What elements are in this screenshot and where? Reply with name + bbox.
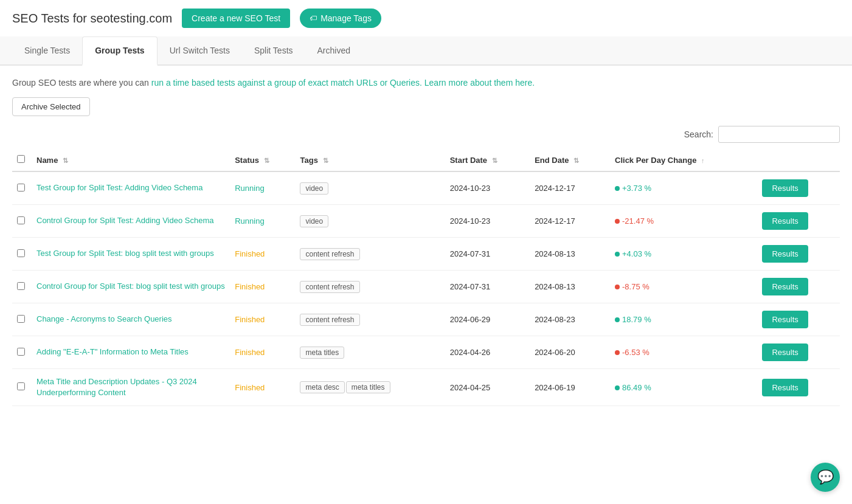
start-date-cell-4: 2024-06-29 xyxy=(445,303,530,336)
status-cell-3: Finished xyxy=(230,271,295,303)
start-date-cell-5: 2024-04-26 xyxy=(445,336,530,369)
manage-tags-button[interactable]: 🏷 Manage Tags xyxy=(300,9,381,28)
status-cell-4: Finished xyxy=(230,303,295,336)
status-cell-5: Finished xyxy=(230,336,295,369)
status-cell-2: Finished xyxy=(230,238,295,271)
tags-cell-3: content refresh xyxy=(295,271,445,303)
table-header-row: Name ⇅ Status ⇅ Tags ⇅ Start Date ⇅ End … xyxy=(12,149,840,171)
actions-cell-0: Results xyxy=(757,171,840,205)
tag-badge: meta titles xyxy=(300,347,344,359)
test-name-link-1[interactable]: Control Group for Split Test: Adding Vid… xyxy=(36,216,213,225)
status-cell-1: Running xyxy=(230,205,295,238)
results-button-6[interactable]: Results xyxy=(762,379,808,396)
start-date-cell-0: 2024-10-23 xyxy=(445,171,530,205)
tag-badge: meta desc xyxy=(300,381,344,393)
col-header-name[interactable]: Name ⇅ xyxy=(32,149,230,171)
results-button-0[interactable]: Results xyxy=(762,179,808,197)
search-input[interactable] xyxy=(718,126,840,143)
description-link-run[interactable]: run a time based tests against a group o… xyxy=(151,78,422,88)
search-row: Search: xyxy=(12,126,840,143)
col-header-tags[interactable]: Tags ⇅ xyxy=(295,149,445,171)
end-date-cell-2: 2024-08-13 xyxy=(530,238,610,271)
tests-table: Name ⇅ Status ⇅ Tags ⇅ Start Date ⇅ End … xyxy=(12,149,840,406)
actions-cell-4: Results xyxy=(757,303,840,336)
results-button-2[interactable]: Results xyxy=(762,245,808,263)
change-cell-1: -21.47 % xyxy=(610,205,757,238)
col-header-status[interactable]: Status ⇅ xyxy=(230,149,295,171)
row-checkbox-5[interactable] xyxy=(17,348,25,356)
tag-badge: meta titles xyxy=(346,381,390,393)
tags-cell-2: content refresh xyxy=(295,238,445,271)
sort-icon-status: ⇅ xyxy=(264,157,269,164)
results-button-3[interactable]: Results xyxy=(762,278,808,295)
start-date-cell-1: 2024-10-23 xyxy=(445,205,530,238)
sort-icon-tags: ⇅ xyxy=(323,157,328,164)
page-title: SEO Tests for seotesting.com xyxy=(12,12,172,26)
row-checkbox-6[interactable] xyxy=(17,382,25,390)
col-header-start-date[interactable]: Start Date ⇅ xyxy=(445,149,530,171)
sort-icon-end-date: ⇅ xyxy=(573,157,579,164)
change-dot-0 xyxy=(615,186,620,191)
change-dot-5 xyxy=(615,350,620,355)
row-checkbox-2[interactable] xyxy=(17,249,25,257)
actions-cell-2: Results xyxy=(757,238,840,271)
start-date-cell-2: 2024-07-31 xyxy=(445,238,530,271)
table-row: Test Group for Split Test: Adding Video … xyxy=(12,171,840,205)
tag-badge: content refresh xyxy=(300,314,359,326)
tags-cell-1: video xyxy=(295,205,445,238)
status-cell-0: Running xyxy=(230,171,295,205)
row-checkbox-0[interactable] xyxy=(17,184,25,192)
tags-cell-6: meta descmeta titles xyxy=(295,369,445,406)
change-dot-1 xyxy=(615,219,620,224)
sort-icon-start-date: ⇅ xyxy=(492,157,497,164)
test-name-link-0[interactable]: Test Group for Split Test: Adding Video … xyxy=(36,183,203,192)
tags-cell-5: meta titles xyxy=(295,336,445,369)
row-checkbox-3[interactable] xyxy=(17,282,25,290)
test-name-link-6[interactable]: Meta Title and Description Updates - Q3 … xyxy=(36,377,197,397)
test-name-link-5[interactable]: Adding "E-E-A-T" Information to Meta Tit… xyxy=(36,347,189,356)
tag-badge: content refresh xyxy=(300,248,359,260)
col-header-actions xyxy=(757,149,840,171)
test-name-link-3[interactable]: Control Group for Split Test: blog split… xyxy=(36,281,225,291)
change-dot-3 xyxy=(615,285,620,289)
select-all-checkbox[interactable] xyxy=(17,155,25,163)
row-checkbox-4[interactable] xyxy=(17,315,25,323)
tab-split-tests[interactable]: Split Tests xyxy=(242,36,305,66)
table-row: Control Group for Split Test: blog split… xyxy=(12,271,840,303)
col-header-click-change[interactable]: Click Per Day Change ↑ xyxy=(610,149,757,171)
tab-bar: Single Tests Group Tests Url Switch Test… xyxy=(0,36,852,66)
tab-group-tests[interactable]: Group Tests xyxy=(82,36,157,66)
description-link-learn[interactable]: Learn more about them here. xyxy=(424,78,535,88)
table-row: Adding "E-E-A-T" Information to Meta Tit… xyxy=(12,336,840,369)
results-button-5[interactable]: Results xyxy=(762,343,808,361)
main-content: Group SEO tests are where you can run a … xyxy=(0,66,852,418)
tab-archived[interactable]: Archived xyxy=(305,36,362,66)
tab-url-switch-tests[interactable]: Url Switch Tests xyxy=(158,36,242,66)
results-button-1[interactable]: Results xyxy=(762,212,808,230)
change-cell-6: 86.49 % xyxy=(610,369,757,406)
archive-selected-button[interactable]: Archive Selected xyxy=(12,97,90,116)
test-name-link-4[interactable]: Change - Acronyms to Search Queries xyxy=(36,314,172,323)
search-label: Search: xyxy=(684,129,713,139)
actions-cell-3: Results xyxy=(757,271,840,303)
manage-tags-label: Manage Tags xyxy=(320,13,372,23)
actions-cell-6: Results xyxy=(757,369,840,406)
change-cell-4: 18.79 % xyxy=(610,303,757,336)
tag-badge: video xyxy=(300,182,328,195)
sort-icon-name: ⇅ xyxy=(63,157,68,164)
col-header-end-date[interactable]: End Date ⇅ xyxy=(530,149,610,171)
table-row: Control Group for Split Test: Adding Vid… xyxy=(12,205,840,238)
change-dot-6 xyxy=(615,385,620,390)
change-dot-4 xyxy=(615,317,620,322)
page-description: Group SEO tests are where you can run a … xyxy=(12,78,840,88)
create-seo-test-button[interactable]: Create a new SEO Test xyxy=(182,9,290,28)
row-checkbox-1[interactable] xyxy=(17,216,25,224)
sort-icon-click-change: ↑ xyxy=(701,157,705,164)
status-cell-6: Finished xyxy=(230,369,295,406)
test-name-link-2[interactable]: Test Group for Split Test: blog split te… xyxy=(36,249,214,258)
results-button-4[interactable]: Results xyxy=(762,311,808,328)
tab-single-tests[interactable]: Single Tests xyxy=(12,36,82,66)
change-dot-2 xyxy=(615,252,620,257)
tags-cell-4: content refresh xyxy=(295,303,445,336)
actions-cell-1: Results xyxy=(757,205,840,238)
